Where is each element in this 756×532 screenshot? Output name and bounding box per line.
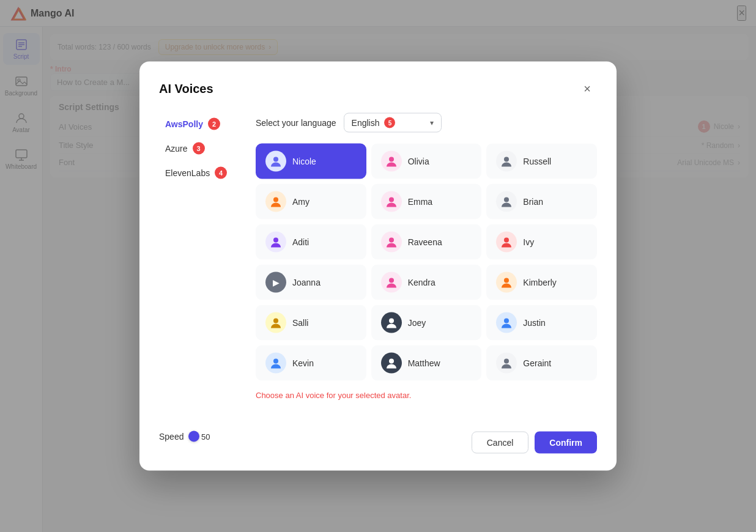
voice-card-nicole[interactable]: Nicole <box>256 144 366 179</box>
svg-point-13 <box>389 157 394 162</box>
voice-name-matthew: Matthew <box>408 358 440 368</box>
chevron-down-icon: ▾ <box>430 119 434 127</box>
voice-avatar-raveena <box>381 232 402 253</box>
voice-card-matthew[interactable]: Matthew <box>371 345 482 381</box>
svg-point-24 <box>389 319 394 323</box>
voice-avatar-kevin <box>265 353 286 374</box>
voice-card-brian[interactable]: Brian <box>486 184 597 220</box>
voice-provider-tabs: AwsPolly 2 Azure 3 ElevenLabs 4 <box>159 113 239 410</box>
voice-avatar-brian <box>496 191 517 212</box>
voice-content: Select your language English 5 ▾ Nicole <box>256 113 597 410</box>
svg-point-14 <box>504 157 509 162</box>
svg-point-22 <box>504 278 509 283</box>
voice-name-kendra: Kendra <box>408 278 435 287</box>
language-value: English <box>352 118 380 128</box>
svg-point-18 <box>273 238 278 243</box>
voice-card-kevin[interactable]: Kevin <box>256 345 366 381</box>
modal-header: AI Voices × <box>159 79 597 98</box>
voice-name-kevin: Kevin <box>292 358 314 368</box>
svg-point-17 <box>504 198 509 202</box>
voice-avatar-amy <box>265 191 286 212</box>
speed-label: Speed <box>159 432 187 441</box>
svg-point-19 <box>389 238 394 243</box>
voice-name-raveena: Raveena <box>408 237 442 247</box>
voice-avatar-olivia <box>381 151 402 172</box>
voice-name-joey: Joey <box>408 318 426 328</box>
voice-card-raveena[interactable]: Raveena <box>371 224 482 260</box>
voice-grid: Nicole Olivia Russell <box>256 144 597 381</box>
tab-awspolly-badge: 2 <box>208 118 220 130</box>
voice-card-aditi[interactable]: Aditi <box>256 224 366 260</box>
svg-point-12 <box>273 157 278 162</box>
voice-avatar-matthew <box>381 353 402 374</box>
svg-point-27 <box>389 359 394 364</box>
speed-control: Speed 50 <box>159 432 210 441</box>
svg-point-21 <box>389 278 394 283</box>
tab-elevenlabs-label: ElevenLabs <box>165 168 210 178</box>
voice-name-aditi: Aditi <box>292 237 309 247</box>
voice-avatar-kendra <box>381 272 402 293</box>
voice-name-olivia: Olivia <box>408 157 429 166</box>
modal-title: AI Voices <box>159 81 213 95</box>
tab-awspolly-label: AwsPolly <box>165 119 203 129</box>
tab-azure[interactable]: Azure 3 <box>159 138 239 160</box>
ai-voices-modal: AI Voices × AwsPolly 2 Azure 3 ElevenLab… <box>139 62 617 471</box>
voice-name-brian: Brian <box>523 197 543 207</box>
voice-avatar-salli <box>265 312 286 333</box>
svg-point-15 <box>273 198 278 202</box>
speed-thumb[interactable] <box>188 431 199 442</box>
voice-name-kimberly: Kimberly <box>523 278 556 287</box>
svg-point-25 <box>504 319 509 323</box>
voice-name-nicole: Nicole <box>292 157 316 166</box>
voice-name-russell: Russell <box>523 157 551 166</box>
language-badge: 5 <box>384 117 395 128</box>
tab-elevenlabs[interactable]: ElevenLabs 4 <box>159 162 239 184</box>
voice-card-kendra[interactable]: Kendra <box>371 265 482 300</box>
modal-body: AwsPolly 2 Azure 3 ElevenLabs 4 Select y… <box>159 113 597 410</box>
voice-name-ivy: Ivy <box>523 237 534 247</box>
voice-avatar-geraint <box>496 353 517 374</box>
voice-name-joanna: Joanna <box>292 278 321 287</box>
voice-name-justin: Justin <box>523 318 546 328</box>
voice-card-salli[interactable]: Salli <box>256 305 366 341</box>
voice-card-olivia[interactable]: Olivia <box>371 144 482 179</box>
svg-point-26 <box>273 359 278 364</box>
voice-avatar-emma <box>381 191 402 212</box>
voice-name-salli: Salli <box>292 318 308 328</box>
voice-avatar-kimberly <box>496 272 517 293</box>
svg-point-16 <box>389 198 394 202</box>
voice-avatar-russell <box>496 151 517 172</box>
language-select-dropdown[interactable]: English 5 ▾ <box>344 113 442 133</box>
voice-card-geraint[interactable]: Geraint <box>486 345 597 381</box>
tab-elevenlabs-badge: 4 <box>215 167 227 179</box>
tab-azure-label: Azure <box>165 144 188 153</box>
voice-card-joanna[interactable]: ▶ Joanna <box>256 265 366 300</box>
voice-card-emma[interactable]: Emma <box>371 184 482 220</box>
voice-avatar-joey <box>381 312 402 333</box>
voice-avatar-justin <box>496 312 517 333</box>
voice-card-kimberly[interactable]: Kimberly <box>486 265 597 300</box>
modal-close-button[interactable]: × <box>577 79 597 98</box>
voice-avatar-ivy <box>496 232 517 253</box>
voice-warning: Choose an AI voice for your selected ava… <box>256 391 597 400</box>
speed-value: 50 <box>201 432 210 441</box>
voice-card-justin[interactable]: Justin <box>486 305 597 341</box>
voice-avatar-aditi <box>265 232 286 253</box>
voice-card-russell[interactable]: Russell <box>486 144 597 179</box>
confirm-button[interactable]: Confirm <box>535 432 597 454</box>
voice-card-joey[interactable]: Joey <box>371 305 482 341</box>
cancel-button[interactable]: Cancel <box>472 432 529 454</box>
voice-card-amy[interactable]: Amy <box>256 184 366 220</box>
voice-name-emma: Emma <box>408 197 432 207</box>
language-label: Select your language <box>256 118 336 128</box>
language-row: Select your language English 5 ▾ <box>256 113 597 133</box>
voice-card-ivy[interactable]: Ivy <box>486 224 597 260</box>
svg-point-28 <box>504 359 509 364</box>
tab-awspolly[interactable]: AwsPolly 2 <box>159 113 239 135</box>
tab-azure-badge: 3 <box>193 142 205 155</box>
voice-avatar-nicole <box>265 151 286 172</box>
play-button-joanna[interactable]: ▶ <box>265 272 286 293</box>
modal-footer: Cancel Confirm <box>472 432 597 454</box>
voice-name-amy: Amy <box>292 197 309 207</box>
svg-point-23 <box>273 319 278 323</box>
